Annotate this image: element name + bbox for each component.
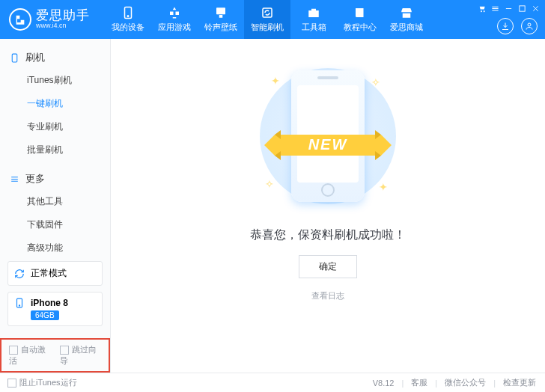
- svg-point-1: [127, 16, 129, 17]
- sparkle-icon: ✦: [379, 181, 388, 193]
- device-mode-box[interactable]: 正常模式: [7, 261, 103, 286]
- user-icon[interactable]: [521, 18, 538, 34]
- apps-icon: [168, 6, 181, 19]
- sidebar-item[interactable]: 高级功能: [0, 236, 110, 255]
- separator: |: [435, 379, 437, 388]
- phone-icon: [121, 6, 135, 19]
- nav-tab-phone[interactable]: 我的设备: [105, 0, 151, 39]
- sidebar-item[interactable]: 其他工具: [0, 190, 110, 213]
- app-header: 爱思助手 www.i4.cn 我的设备应用游戏铃声壁纸智能刷机工具箱教程中心爱思…: [0, 0, 545, 39]
- device-mode-label: 正常模式: [31, 267, 67, 280]
- status-bar: 阻止iTunes运行 V8.12 | 客服 | 微信公众号 | 检查更新: [0, 373, 545, 392]
- device-name: iPhone 8: [31, 298, 68, 308]
- flash-options-row: 自动激活 跳过向导: [0, 338, 110, 373]
- nav-label: 铃声壁纸: [204, 22, 237, 33]
- svg-rect-4: [263, 8, 272, 17]
- app-logo: 爱思助手 www.i4.cn: [0, 0, 105, 39]
- block-itunes-checkbox[interactable]: 阻止iTunes运行: [7, 377, 77, 388]
- nav-label: 智能刷机: [251, 22, 284, 33]
- main-area: 刷机iTunes刷机一键刷机专业刷机批量刷机更多其他工具下载固件高级功能 正常模…: [0, 39, 545, 373]
- sparkle-icon: ✧: [265, 178, 274, 190]
- svg-point-10: [19, 305, 19, 306]
- phone-icon: [9, 53, 19, 63]
- ok-button[interactable]: 确定: [299, 255, 357, 278]
- nav-label: 工具箱: [302, 22, 326, 33]
- svg-rect-3: [219, 15, 223, 18]
- download-icon[interactable]: [497, 18, 514, 34]
- svg-rect-5: [505, 8, 511, 9]
- block-itunes-label: 阻止iTunes运行: [19, 378, 77, 387]
- nav-tab-refresh[interactable]: 智能刷机: [244, 0, 290, 39]
- version-label: V8.12: [373, 379, 395, 388]
- success-illustration: ✦ ✧ ✧ ✦ NEW: [238, 61, 418, 211]
- sparkle-icon: ✦: [271, 75, 280, 87]
- list-icon: [9, 174, 19, 184]
- window-controls: [476, 3, 545, 13]
- sidebar-item[interactable]: 批量刷机: [0, 138, 110, 162]
- nav-tab-music[interactable]: 铃声壁纸: [198, 0, 244, 39]
- sidebar-group-label: 刷机: [25, 51, 45, 64]
- nav-label: 我的设备: [112, 22, 144, 33]
- sidebar-item[interactable]: 下载固件: [0, 213, 110, 236]
- logo-title: 爱思助手: [36, 9, 90, 23]
- logo-url: www.i4.cn: [36, 22, 90, 30]
- book-icon: [353, 6, 367, 19]
- nav-label: 爱思商城: [390, 22, 423, 33]
- sidebar-group-more[interactable]: 更多: [0, 168, 110, 190]
- sidebar-group-flash[interactable]: 刷机: [0, 46, 110, 69]
- logo-icon: [9, 8, 31, 31]
- menu-icon[interactable]: [490, 3, 500, 13]
- device-capacity-badge: 64GB: [31, 310, 59, 320]
- refresh-icon: [14, 269, 25, 279]
- footer-link-support[interactable]: 客服: [411, 377, 427, 388]
- success-message: 恭喜您，保资料刷机成功啦！: [250, 227, 406, 243]
- nav-label: 教程中心: [344, 22, 377, 33]
- svg-rect-2: [216, 7, 225, 14]
- separator: |: [493, 379, 496, 388]
- separator: |: [401, 379, 404, 388]
- nav-tab-book[interactable]: 教程中心: [337, 0, 383, 39]
- sidebar-group-label: 更多: [25, 172, 45, 186]
- view-log-link[interactable]: 查看日志: [311, 290, 344, 301]
- svg-rect-6: [519, 5, 524, 10]
- footer-link-wechat[interactable]: 微信公众号: [445, 377, 486, 388]
- toolbox-icon: [307, 6, 320, 19]
- sparkle-icon: ✧: [371, 76, 380, 88]
- sidebar: 刷机iTunes刷机一键刷机专业刷机批量刷机更多其他工具下载固件高级功能 正常模…: [0, 39, 111, 373]
- device-info-box[interactable]: iPhone 8 64GB: [7, 292, 103, 326]
- maximize-icon[interactable]: [517, 3, 527, 13]
- auto-activate-checkbox[interactable]: 自动激活: [9, 344, 51, 367]
- svg-point-7: [528, 23, 531, 26]
- nav-tab-apps[interactable]: 应用游戏: [151, 0, 198, 39]
- sidebar-item[interactable]: 一键刷机: [0, 92, 110, 115]
- music-icon: [214, 6, 228, 19]
- sidebar-item[interactable]: 专业刷机: [0, 115, 110, 138]
- nav-tab-toolbox[interactable]: 工具箱: [290, 0, 337, 39]
- sidebar-item[interactable]: iTunes刷机: [0, 69, 110, 92]
- nav-label: 应用游戏: [158, 22, 191, 33]
- header-actions: [497, 18, 538, 34]
- skip-guide-checkbox[interactable]: 跳过向导: [60, 344, 102, 367]
- refresh-icon: [261, 6, 274, 19]
- ribbon-label: NEW: [308, 136, 348, 153]
- close-icon[interactable]: [530, 3, 541, 13]
- minimize-icon[interactable]: [503, 3, 514, 13]
- nav-tab-store[interactable]: 爱思商城: [383, 0, 430, 39]
- footer-link-update[interactable]: 检查更新: [503, 377, 536, 388]
- content-pane: ✦ ✧ ✧ ✦ NEW 恭喜您，保资料刷机成功啦！ 确定 查看日志: [111, 39, 545, 373]
- cart-icon[interactable]: [476, 3, 487, 13]
- store-icon: [400, 6, 413, 19]
- svg-rect-8: [12, 54, 17, 62]
- phone-icon: [14, 298, 25, 308]
